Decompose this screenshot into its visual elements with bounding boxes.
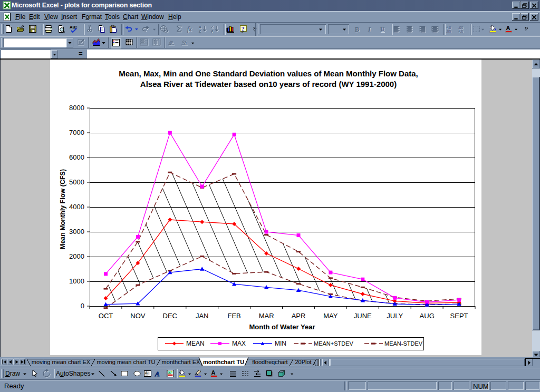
svg-text:OCT: OCT bbox=[99, 312, 113, 320]
svg-text:0: 0 bbox=[81, 302, 84, 310]
svg-text:Z: Z bbox=[199, 30, 201, 33]
svg-text:Mean, Max, Min and One Standar: Mean, Max, Min and One Standard Deviatio… bbox=[119, 69, 418, 78]
svg-text:MEAN: MEAN bbox=[186, 340, 205, 347]
svg-text:Month of Water Year: Month of Water Year bbox=[249, 323, 315, 331]
svg-text:JUNE: JUNE bbox=[354, 312, 372, 320]
svg-text:A: A bbox=[211, 369, 216, 376]
svg-text:moving mean chart EX: moving mean chart EX bbox=[32, 359, 91, 365]
svg-text:Mean Monthly Flow (CFS): Mean Monthly Flow (CFS) bbox=[59, 169, 66, 249]
svg-text:moving mean chart TU: moving mean chart TU bbox=[97, 359, 155, 365]
svg-text:FEB: FEB bbox=[227, 312, 240, 320]
svg-text:floodfreqchart: floodfreqchart bbox=[252, 359, 287, 365]
svg-text:2000: 2000 bbox=[69, 252, 84, 260]
svg-text:+.0: +.0 bbox=[458, 30, 464, 33]
svg-text:MEAN+STDEV: MEAN+STDEV bbox=[314, 340, 354, 347]
svg-text:MAX: MAX bbox=[232, 340, 246, 347]
svg-text:NOV: NOV bbox=[130, 312, 146, 320]
svg-text:4000: 4000 bbox=[69, 203, 84, 211]
svg-text:MAR: MAR bbox=[259, 312, 274, 320]
svg-text:1000: 1000 bbox=[69, 277, 84, 285]
svg-text:monthchart EX: monthchart EX bbox=[162, 359, 200, 365]
svg-text:DEC: DEC bbox=[163, 312, 177, 320]
svg-text:6000: 6000 bbox=[69, 153, 84, 161]
svg-text:Z: Z bbox=[211, 25, 214, 29]
svg-text:5000: 5000 bbox=[69, 178, 84, 186]
svg-text:JAN: JAN bbox=[196, 312, 209, 320]
svg-text:MEAN-STDEV: MEAN-STDEV bbox=[384, 340, 423, 347]
svg-text:8000: 8000 bbox=[69, 104, 84, 112]
svg-text:A: A bbox=[155, 370, 160, 378]
svg-text:A: A bbox=[211, 30, 214, 33]
svg-text:SEPT: SEPT bbox=[450, 312, 468, 320]
svg-text:+.0: +.0 bbox=[446, 26, 451, 30]
svg-text:JULY: JULY bbox=[387, 312, 403, 320]
svg-text:MIN: MIN bbox=[275, 340, 286, 347]
svg-text:A: A bbox=[506, 25, 510, 31]
svg-text:monthchart TU: monthchart TU bbox=[203, 359, 244, 365]
svg-text:.00: .00 bbox=[446, 30, 451, 33]
svg-text:7000: 7000 bbox=[69, 129, 84, 136]
svg-text:A: A bbox=[145, 371, 148, 375]
svg-text:U: U bbox=[380, 26, 384, 32]
svg-text:Alsea River at Tidewater based: Alsea River at Tidewater based on10 year… bbox=[140, 80, 397, 89]
svg-text:MAY: MAY bbox=[323, 312, 338, 320]
svg-text:3000: 3000 bbox=[69, 228, 84, 236]
svg-text:B: B bbox=[355, 26, 359, 33]
svg-text:APR: APR bbox=[292, 312, 306, 320]
svg-text:fx: fx bbox=[187, 25, 192, 33]
svg-text:20Plot: 20Plot bbox=[295, 359, 311, 365]
svg-text:.00: .00 bbox=[458, 26, 463, 30]
svg-text:A: A bbox=[199, 25, 201, 29]
svg-text:AUG: AUG bbox=[420, 312, 435, 320]
